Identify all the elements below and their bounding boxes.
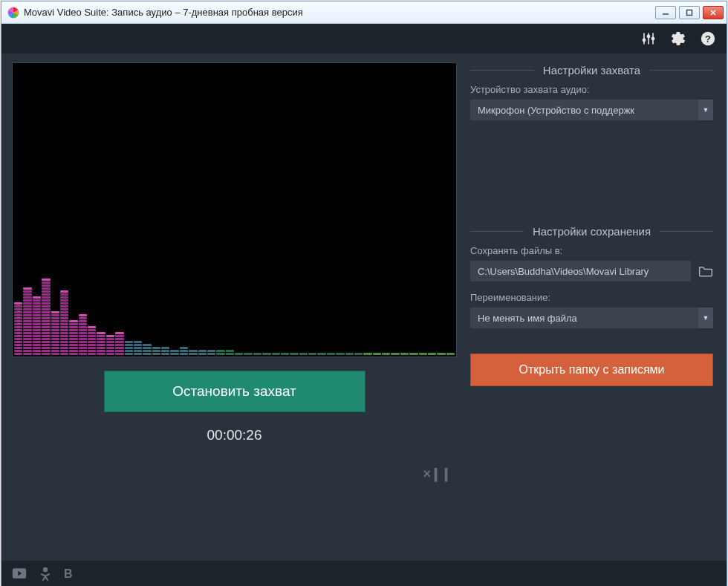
content-area: Остановить захват 00:00:26 ×❙❙ Настройки… bbox=[1, 53, 727, 561]
settings-gear-icon[interactable] bbox=[670, 30, 686, 47]
window-controls bbox=[655, 6, 724, 19]
window-title: Movavi Video Suite: Запись аудио – 7-дне… bbox=[24, 7, 655, 18]
chevron-down-icon: ▼ bbox=[698, 307, 713, 328]
svg-point-15 bbox=[43, 567, 48, 572]
svg-point-6 bbox=[643, 39, 645, 41]
chevron-down-icon: ▼ bbox=[698, 100, 713, 120]
close-button[interactable] bbox=[703, 6, 724, 19]
app-window: Movavi Video Suite: Запись аудио – 7-дне… bbox=[1, 1, 727, 586]
section-title: Настройки захвата bbox=[543, 64, 640, 76]
audio-visualizer bbox=[12, 62, 457, 357]
window-titlebar: Movavi Video Suite: Запись аудио – 7-дне… bbox=[1, 1, 727, 24]
recording-pane: Остановить захват 00:00:26 ×❙❙ bbox=[12, 62, 457, 561]
saving-settings-header: Настройки сохранения bbox=[470, 225, 713, 238]
svg-point-8 bbox=[647, 35, 649, 37]
app-toolbar: ? bbox=[1, 24, 727, 53]
audio-device-dropdown[interactable]: Микрофон (Устройство с поддержк ▼ bbox=[470, 100, 713, 120]
vk-icon[interactable]: B bbox=[64, 567, 79, 579]
settings-pane: Настройки захвата Устройство захвата ауд… bbox=[467, 62, 716, 561]
save-path-input[interactable] bbox=[470, 261, 691, 281]
help-icon[interactable]: ? bbox=[700, 30, 716, 47]
rename-dropdown[interactable]: Не менять имя файла ▼ bbox=[470, 307, 713, 328]
youtube-icon[interactable] bbox=[12, 567, 27, 579]
open-recordings-folder-button[interactable]: Открыть папку с записями bbox=[470, 354, 713, 386]
bottom-social-bar: B bbox=[1, 561, 727, 586]
svg-rect-2 bbox=[687, 10, 692, 15]
recording-timer: 00:00:26 bbox=[207, 427, 262, 443]
rename-label: Переименование: bbox=[470, 292, 713, 303]
audio-device-label: Устройство захвата аудио: bbox=[470, 84, 713, 95]
browse-folder-icon[interactable] bbox=[698, 264, 713, 278]
dropdown-value: Микрофон (Устройство с поддержк bbox=[478, 105, 698, 116]
minimize-button[interactable] bbox=[655, 6, 676, 19]
odnoklassniki-icon[interactable] bbox=[40, 566, 51, 581]
save-path-label: Сохранять файлы в: bbox=[470, 245, 713, 256]
svg-point-10 bbox=[651, 37, 654, 39]
section-title: Настройки сохранения bbox=[533, 225, 651, 238]
stop-capture-button[interactable]: Остановить захват bbox=[104, 371, 365, 412]
capture-settings-header: Настройки захвата bbox=[470, 64, 713, 76]
maximize-button[interactable] bbox=[679, 6, 700, 19]
equalizer-icon[interactable] bbox=[640, 30, 657, 47]
svg-text:B: B bbox=[64, 567, 73, 579]
dropdown-value: Не менять имя файла bbox=[478, 313, 698, 324]
app-logo-icon bbox=[7, 7, 19, 19]
svg-text:?: ? bbox=[705, 33, 711, 45]
mute-icon[interactable]: ×❙❙ bbox=[12, 466, 457, 482]
